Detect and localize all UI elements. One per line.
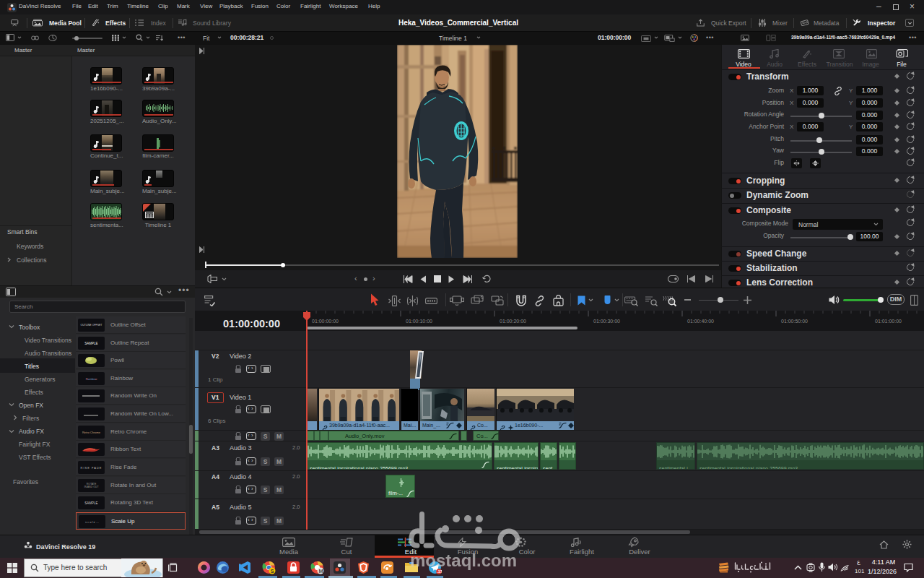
svg-text:S: S (271, 569, 274, 574)
svg-text:M: M (319, 568, 323, 574)
svg-text:mostaql.com: mostaql.com (410, 551, 517, 570)
